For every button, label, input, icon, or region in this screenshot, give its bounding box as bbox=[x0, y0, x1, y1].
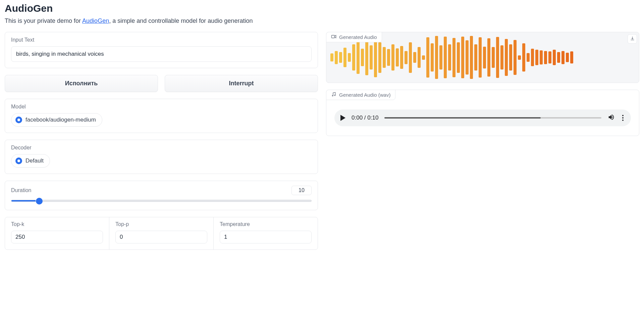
params-row: Top-k Top-p Temperature bbox=[5, 217, 318, 250]
temperature-label: Temperature bbox=[220, 221, 312, 227]
waveform-bar bbox=[553, 50, 556, 65]
waveform-bar bbox=[330, 53, 333, 61]
waveform-bar bbox=[413, 52, 416, 63]
intro-suffix: , a simple and controllable model for au… bbox=[109, 17, 253, 24]
waveform-bar bbox=[461, 37, 464, 79]
waveform-bar bbox=[527, 53, 530, 62]
radio-icon bbox=[15, 117, 22, 123]
model-option[interactable]: facebook/audiogen-medium bbox=[11, 113, 102, 127]
waveform-bar bbox=[505, 39, 508, 76]
waveform-bar bbox=[343, 48, 346, 67]
temperature-input[interactable] bbox=[220, 231, 312, 243]
intro-text: This is your private demo for AudioGen, … bbox=[5, 17, 639, 25]
waveform-bar bbox=[361, 49, 364, 66]
waveform-bar bbox=[496, 37, 499, 78]
waveform-bar bbox=[466, 40, 469, 74]
waveform-bar bbox=[387, 49, 390, 65]
waveform-bar bbox=[448, 44, 451, 71]
generated-audio-wav-label: Generated Audio (wav) bbox=[339, 92, 390, 98]
waveform-bar bbox=[531, 49, 534, 66]
waveform-bar bbox=[391, 44, 394, 71]
audio-progress-fill bbox=[384, 117, 541, 119]
duration-slider[interactable] bbox=[11, 199, 312, 202]
page-title: AudioGen bbox=[5, 3, 639, 14]
waveform-bar bbox=[439, 45, 442, 70]
waveform-bar bbox=[374, 38, 377, 77]
waveform-bar bbox=[335, 51, 338, 64]
model-option-label: facebook/audiogen-medium bbox=[25, 117, 96, 123]
decoder-option[interactable]: Default bbox=[11, 154, 50, 168]
waveform-bar bbox=[383, 47, 386, 68]
input-text-field[interactable] bbox=[11, 46, 312, 62]
generated-audio-video-panel: Generated Audio bbox=[326, 32, 639, 83]
duration-value[interactable]: 10 bbox=[291, 186, 312, 195]
topp-input[interactable] bbox=[115, 231, 207, 243]
waveform-bar bbox=[444, 37, 447, 79]
run-button[interactable]: Исполнить bbox=[5, 75, 158, 92]
decoder-option-label: Default bbox=[25, 157, 44, 164]
waveform-bar bbox=[540, 50, 543, 64]
waveform-bar bbox=[474, 44, 477, 71]
waveform-bar bbox=[479, 37, 482, 78]
waveform-bar bbox=[483, 47, 486, 69]
download-button[interactable] bbox=[628, 34, 637, 44]
waveform-bar bbox=[409, 42, 412, 73]
waveform-bar bbox=[357, 41, 360, 74]
volume-button[interactable] bbox=[607, 113, 615, 122]
waveform-bar bbox=[396, 48, 399, 67]
audio-menu-button[interactable] bbox=[621, 113, 625, 122]
waveform-bar bbox=[431, 43, 434, 72]
audio-progress-track[interactable] bbox=[384, 117, 601, 119]
duration-label: Duration bbox=[11, 187, 31, 193]
svg-point-1 bbox=[332, 95, 333, 96]
waveform-bar bbox=[500, 45, 503, 70]
waveform-bar bbox=[566, 53, 569, 62]
waveform-bar bbox=[487, 38, 490, 77]
waveform-bar bbox=[457, 42, 460, 73]
waveform-bar bbox=[518, 55, 521, 60]
waveform-bar bbox=[535, 50, 538, 65]
waveform-bar bbox=[400, 46, 403, 69]
waveform-bar bbox=[492, 47, 495, 68]
music-icon bbox=[331, 92, 336, 98]
model-label: Model bbox=[11, 104, 312, 110]
waveform-bar bbox=[422, 55, 425, 60]
radio-icon bbox=[15, 157, 22, 164]
svg-rect-0 bbox=[331, 35, 334, 38]
download-icon bbox=[630, 36, 635, 42]
audio-time-total: 0:10 bbox=[367, 115, 378, 121]
model-panel: Model facebook/audiogen-medium bbox=[5, 99, 318, 133]
generated-audio-video-label: Generated Audio bbox=[339, 34, 377, 40]
waveform-bar bbox=[522, 43, 525, 72]
waveform-bar bbox=[509, 44, 512, 71]
waveform-bar bbox=[370, 45, 373, 70]
audio-time: 0:00 / 0:10 bbox=[352, 115, 378, 121]
topk-input[interactable] bbox=[11, 231, 103, 243]
topk-label: Top-k bbox=[11, 221, 103, 227]
svg-point-2 bbox=[334, 95, 335, 96]
decoder-panel: Decoder Default bbox=[5, 140, 318, 174]
generated-audio-wav-tag: Generated Audio (wav) bbox=[326, 90, 395, 100]
decoder-label: Decoder bbox=[11, 145, 312, 151]
waveform-bar bbox=[544, 51, 547, 64]
waveform-bar bbox=[365, 40, 368, 76]
interrupt-button[interactable]: Interrupt bbox=[165, 75, 318, 92]
input-text-panel: Input Text bbox=[5, 32, 318, 68]
waveform-bar bbox=[348, 53, 351, 62]
waveform-bar bbox=[557, 52, 560, 63]
waveform-bar bbox=[426, 37, 429, 78]
waveform-bar bbox=[570, 51, 573, 63]
topp-label: Top-p bbox=[115, 221, 207, 227]
intro-prefix: This is your private demo for bbox=[5, 17, 82, 24]
temperature-cell: Temperature bbox=[214, 217, 318, 249]
audiogen-link[interactable]: AudioGen bbox=[82, 17, 109, 24]
topk-cell: Top-k bbox=[5, 217, 109, 249]
waveform-bar bbox=[470, 36, 473, 79]
play-button[interactable] bbox=[340, 115, 345, 121]
waveform-bar bbox=[378, 42, 381, 73]
generated-audio-wav-panel: Generated Audio (wav) 0:00 / 0:10 bbox=[326, 90, 639, 136]
audio-time-current: 0:00 bbox=[352, 115, 363, 121]
video-icon bbox=[331, 34, 336, 40]
input-text-label: Input Text bbox=[11, 37, 312, 43]
waveform-bar bbox=[435, 36, 438, 79]
